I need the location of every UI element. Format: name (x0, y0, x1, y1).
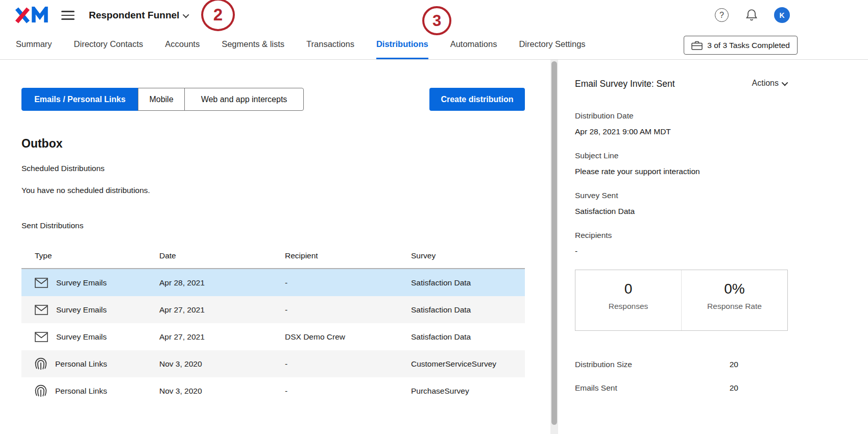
page-title: Respondent Funnel (89, 10, 179, 21)
distribution-toolbar: Emails / Personal Links Mobile Web and a… (21, 88, 525, 111)
date-cell: Nov 3, 2020 (159, 359, 285, 369)
xm-logo[interactable] (14, 7, 49, 24)
fingerprint-icon (35, 357, 47, 371)
field-value: Satisfaction Data (575, 206, 868, 217)
briefcase-icon (691, 41, 703, 50)
metric-label: Distribution Size (575, 359, 632, 370)
metric-label: Emails Sent (575, 382, 617, 394)
app-window: Respondent Funnel ? K Summary Directory … (0, 0, 868, 434)
response-rate-stat: 0% Response Rate (681, 270, 787, 330)
survey-cell: Satisfaction Data (411, 278, 525, 287)
metric-value: 20 (730, 382, 738, 394)
responses-value: 0 (624, 280, 633, 298)
table-row[interactable]: Personal Links Nov 3, 2020 - CustomerSer… (21, 350, 525, 377)
help-icon[interactable]: ? (715, 8, 729, 22)
type-label: Survey Emails (56, 332, 107, 342)
annotation-step-3: 3 (422, 6, 451, 35)
responses-label: Responses (609, 302, 648, 311)
recipient-cell: - (285, 359, 411, 369)
table-row[interactable]: Survey Emails Apr 27, 2021 DSX Demo Crew… (21, 323, 525, 350)
channel-segmented-control: Emails / Personal Links Mobile Web and a… (21, 88, 304, 111)
field-label: Survey Sent (575, 190, 868, 201)
recipient-cell: - (285, 305, 411, 315)
type-label: Personal Links (55, 359, 107, 369)
tab-distributions[interactable]: Distributions (376, 31, 428, 59)
tab-directory-settings[interactable]: Directory Settings (519, 31, 585, 59)
distribution-detail-panel: Email Survey Invite: Sent Actions Distri… (558, 60, 868, 434)
tab-summary[interactable]: Summary (16, 31, 52, 59)
chevron-down-icon (782, 79, 788, 86)
scheduled-empty-message: You have no scheduled distributions. (21, 185, 550, 196)
col-header-recipient: Recipient (285, 251, 411, 260)
channel-tab-web-app-intercepts[interactable]: Web and app intercepts (184, 88, 304, 111)
survey-cell: Satisfaction Data (411, 332, 525, 342)
actions-label: Actions (752, 79, 779, 88)
metric-value: 20 (730, 359, 738, 370)
responses-stat: 0 Responses (575, 270, 681, 330)
metric-emails-sent: Emails Sent 20 (575, 382, 738, 394)
response-rate-label: Response Rate (707, 302, 762, 311)
tab-segments-lists[interactable]: Segments & lists (222, 31, 284, 59)
type-label: Personal Links (55, 387, 107, 396)
metric-distribution-size: Distribution Size 20 (575, 359, 738, 370)
tasks-completed-label: 3 of 3 Tasks Completed (707, 41, 790, 50)
actions-dropdown-button[interactable]: Actions (752, 79, 788, 88)
sent-distributions-label: Sent Distributions (21, 220, 550, 231)
create-distribution-button[interactable]: Create distribution (429, 88, 525, 111)
field-value: Apr 28, 2021 9:00 AM MDT (575, 126, 868, 137)
envelope-icon (35, 305, 48, 315)
type-cell: Personal Links (35, 384, 159, 398)
fingerprint-icon (35, 384, 47, 398)
field-label: Distribution Date (575, 110, 868, 122)
table-body: Survey Emails Apr 28, 2021 - Satisfactio… (21, 269, 525, 404)
recipient-cell: - (285, 387, 411, 396)
type-cell: Personal Links (35, 357, 159, 371)
col-header-survey: Survey (411, 251, 525, 260)
field-label: Subject Line (575, 150, 868, 161)
recipient-cell: DSX Demo Crew (285, 332, 411, 342)
table-row[interactable]: Survey Emails Apr 28, 2021 - Satisfactio… (21, 269, 525, 296)
envelope-icon (35, 332, 48, 342)
response-stats-box: 0 Responses 0% Response Rate (575, 270, 788, 331)
hamburger-menu-icon[interactable] (61, 11, 75, 20)
tab-accounts[interactable]: Accounts (165, 31, 200, 59)
chevron-down-icon (183, 11, 189, 18)
outbox-heading: Outbox (21, 135, 550, 152)
tab-directory-contacts[interactable]: Directory Contacts (74, 31, 143, 59)
scrollbar-thumb[interactable] (551, 61, 557, 425)
field-subject-line: Subject Line Please rate your support in… (575, 150, 868, 177)
tasks-completed-button[interactable]: 3 of 3 Tasks Completed (684, 36, 798, 55)
col-header-type: Type (35, 251, 159, 260)
xm-logo-icon (14, 7, 49, 24)
response-rate-value: 0% (724, 280, 744, 298)
distribution-metrics: Distribution Size 20 Emails Sent 20 (575, 359, 738, 394)
scheduled-distributions-label: Scheduled Distributions (21, 163, 550, 174)
notifications-bell-icon[interactable] (745, 8, 758, 23)
tab-transactions[interactable]: Transactions (306, 31, 354, 59)
survey-cell: CustomerServiceSurvey (411, 359, 525, 369)
table-header-row: Type Date Recipient Survey (21, 244, 525, 269)
date-cell: Apr 27, 2021 (159, 305, 285, 315)
field-survey-sent: Survey Sent Satisfaction Data (575, 190, 868, 217)
channel-tab-emails-personal-links[interactable]: Emails / Personal Links (21, 88, 138, 111)
directory-title-dropdown[interactable]: Respondent Funnel (89, 10, 189, 21)
type-cell: Survey Emails (35, 305, 159, 315)
survey-cell: PurchaseSurvey (411, 387, 525, 396)
table-row[interactable]: Survey Emails Apr 27, 2021 - Satisfactio… (21, 296, 525, 323)
table-row[interactable]: Personal Links Nov 3, 2020 - PurchaseSur… (21, 377, 525, 404)
annotation-step-2: 2 (201, 0, 235, 31)
recipient-cell: - (285, 278, 411, 287)
tab-automations[interactable]: Automations (450, 31, 497, 59)
field-value: - (575, 246, 868, 257)
channel-tab-mobile[interactable]: Mobile (138, 88, 185, 111)
col-header-date: Date (159, 251, 285, 260)
field-recipients: Recipients - (575, 230, 868, 257)
field-value: Please rate your support interaction (575, 166, 868, 177)
avatar[interactable]: K (774, 7, 790, 23)
type-label: Survey Emails (56, 278, 107, 287)
type-label: Survey Emails (56, 305, 107, 315)
field-distribution-date: Distribution Date Apr 28, 2021 9:00 AM M… (575, 110, 868, 137)
field-label: Recipients (575, 230, 868, 241)
vertical-scrollbar (550, 60, 558, 434)
type-cell: Survey Emails (35, 332, 159, 342)
